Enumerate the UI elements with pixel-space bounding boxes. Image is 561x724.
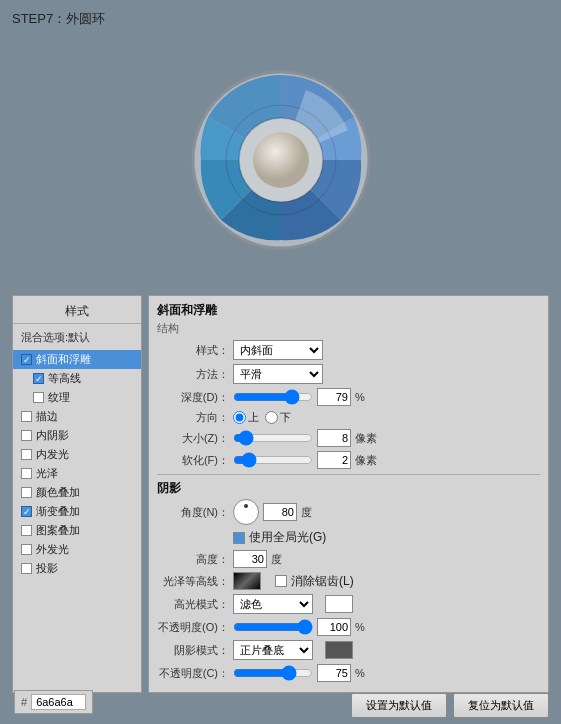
style-item-bevel[interactable]: 斜面和浮雕	[13, 350, 141, 369]
main-panel: 样式 混合选项:默认 斜面和浮雕 等高线 纹理 描边 内阴影 内发光	[12, 295, 549, 693]
direction-row: 方向： 上 下	[157, 410, 540, 425]
shadow-opacity-value[interactable]	[317, 664, 351, 682]
depth-value[interactable]	[317, 388, 351, 406]
bevel-section-title: 斜面和浮雕	[157, 302, 540, 319]
shadow-opacity-slider[interactable]	[233, 666, 313, 680]
blend-options[interactable]: 混合选项:默认	[13, 328, 141, 347]
direction-down-radio[interactable]	[265, 411, 278, 424]
cb-antialias[interactable]	[275, 575, 287, 587]
method-select[interactable]: 平滑 雕刻清晰	[233, 364, 323, 384]
soften-slider[interactable]	[233, 453, 313, 467]
altitude-unit: 度	[271, 552, 282, 567]
divider-shadow	[157, 474, 540, 475]
angle-value[interactable]	[263, 503, 297, 521]
shadow-color-swatch[interactable]	[325, 641, 353, 659]
shadow-mode-row: 阴影模式： 正片叠底 正常	[157, 640, 540, 660]
highlight-opacity-value[interactable]	[317, 618, 351, 636]
cb-bevel[interactable]	[21, 354, 32, 365]
angle-row: 角度(N)： 度	[157, 499, 540, 525]
style-item-innerglow[interactable]: 内发光	[13, 445, 141, 464]
style-item-coloroverlay[interactable]: 颜色叠加	[13, 483, 141, 502]
shadow-opacity-row: 不透明度(C)： %	[157, 664, 540, 682]
direction-down-label[interactable]: 下	[265, 410, 291, 425]
angle-unit: 度	[301, 505, 312, 520]
style-item-outerglow[interactable]: 外发光	[13, 540, 141, 559]
cb-coloroverlay[interactable]	[21, 487, 32, 498]
altitude-row: 高度： 度	[157, 550, 540, 568]
size-slider[interactable]	[233, 431, 313, 445]
cb-innershadow[interactable]	[21, 430, 32, 441]
soften-value[interactable]	[317, 451, 351, 469]
hex-display: #	[14, 690, 93, 714]
shadow-mode-select[interactable]: 正片叠底 正常	[233, 640, 313, 660]
highlight-opacity-slider[interactable]	[233, 620, 313, 634]
method-row: 方法： 平滑 雕刻清晰	[157, 364, 540, 384]
highlight-color-swatch[interactable]	[325, 595, 353, 613]
style-item-innershadow[interactable]: 内阴影	[13, 426, 141, 445]
direction-down-text: 下	[280, 410, 291, 425]
style-row: 样式： 内斜面 外斜面 浮雕效果	[157, 340, 540, 360]
style-item-gradientoverlay[interactable]: 渐变叠加	[13, 502, 141, 521]
cb-gradientoverlay[interactable]	[21, 506, 32, 517]
depth-label: 深度(D)：	[157, 390, 229, 405]
style-field-label: 样式：	[157, 343, 229, 358]
style-item-satin[interactable]: 光泽	[13, 464, 141, 483]
style-item-texture[interactable]: 纹理	[13, 388, 141, 407]
highlight-mode-select[interactable]: 滤色 正常	[233, 594, 313, 614]
depth-unit: %	[355, 391, 365, 403]
cb-texture[interactable]	[33, 392, 44, 403]
direction-label: 方向：	[157, 410, 229, 425]
canvas-area	[0, 30, 561, 290]
direction-up-label[interactable]: 上	[233, 410, 259, 425]
set-default-button[interactable]: 设置为默认值	[351, 693, 447, 718]
style-label-stroke: 描边	[36, 409, 58, 424]
style-label-texture: 纹理	[48, 390, 70, 405]
method-field-label: 方法：	[157, 367, 229, 382]
cb-outerglow[interactable]	[21, 544, 32, 555]
altitude-value[interactable]	[233, 550, 267, 568]
cb-dropshadow[interactable]	[21, 563, 32, 574]
reset-default-button[interactable]: 复位为默认值	[453, 693, 549, 718]
style-label-patternoverlay: 图案叠加	[36, 523, 80, 538]
cb-stroke[interactable]	[21, 411, 32, 422]
style-label-dropshadow: 投影	[36, 561, 58, 576]
size-row: 大小(Z)： 像素	[157, 429, 540, 447]
size-value[interactable]	[317, 429, 351, 447]
altitude-label: 高度：	[157, 552, 229, 567]
structure-label: 结构	[157, 321, 540, 336]
styles-title: 样式	[13, 300, 141, 324]
gloss-preview[interactable]	[233, 572, 261, 590]
cb-patternoverlay[interactable]	[21, 525, 32, 536]
gloss-row: 光泽等高线： 消除锯齿(L)	[157, 572, 540, 590]
style-item-stroke[interactable]: 描边	[13, 407, 141, 426]
cb-contour[interactable]	[33, 373, 44, 384]
style-label-gradientoverlay: 渐变叠加	[36, 504, 80, 519]
depth-slider[interactable]	[233, 390, 313, 404]
style-item-contour[interactable]: 等高线	[13, 369, 141, 388]
highlight-mode-label: 高光模式：	[157, 597, 229, 612]
angle-dot	[244, 504, 248, 508]
highlight-opacity-row: 不透明度(O)： %	[157, 618, 540, 636]
depth-row: 深度(D)： %	[157, 388, 540, 406]
style-select[interactable]: 内斜面 外斜面 浮雕效果	[233, 340, 323, 360]
use-global-row: 使用全局光(G)	[233, 529, 540, 546]
cb-innerglow[interactable]	[21, 449, 32, 460]
direction-radio-group: 上 下	[233, 410, 291, 425]
direction-up-text: 上	[248, 410, 259, 425]
soften-row: 软化(F)： 像素	[157, 451, 540, 469]
soften-label: 软化(F)：	[157, 453, 229, 468]
cb-satin[interactable]	[21, 468, 32, 479]
direction-up-radio[interactable]	[233, 411, 246, 424]
use-global-label: 使用全局光(G)	[249, 529, 326, 546]
style-item-dropshadow[interactable]: 投影	[13, 559, 141, 578]
soften-unit: 像素	[355, 453, 377, 468]
hex-input[interactable]	[31, 694, 86, 710]
size-label: 大小(Z)：	[157, 431, 229, 446]
angle-widget[interactable]	[233, 499, 259, 525]
cb-use-global[interactable]	[233, 532, 245, 544]
hex-hash: #	[21, 696, 27, 708]
style-label-innerglow: 内发光	[36, 447, 69, 462]
styles-panel: 样式 混合选项:默认 斜面和浮雕 等高线 纹理 描边 内阴影 内发光	[12, 295, 142, 693]
highlight-opacity-unit: %	[355, 621, 365, 633]
style-item-patternoverlay[interactable]: 图案叠加	[13, 521, 141, 540]
